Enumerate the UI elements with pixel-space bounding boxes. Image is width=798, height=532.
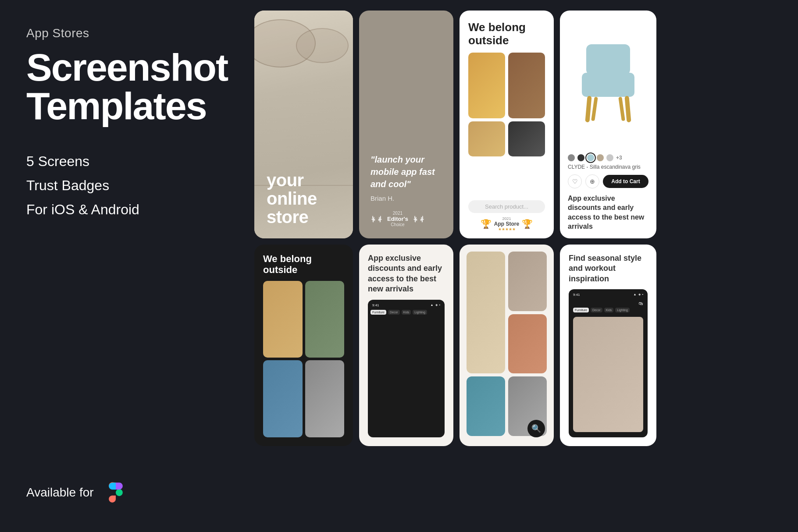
mini-cart-area: 🛍 — [571, 299, 645, 308]
color-dot-5[interactable] — [606, 154, 613, 161]
available-for-label: Available for — [26, 486, 94, 500]
mini-cart-icon: 🛍 — [639, 301, 643, 306]
editors-badge-text: 2021 Editor's Choice — [387, 211, 408, 227]
online-store-text: your online store — [267, 171, 341, 226]
card-online-store: your online store — [254, 11, 353, 238]
mini-tab2-kids[interactable]: Kids — [604, 308, 614, 312]
we-belong-title: We belong outside — [468, 21, 545, 47]
color-more-label: +3 — [616, 155, 622, 161]
mini-tab-decor[interactable]: Decor — [388, 310, 400, 315]
product-thumb-3 — [468, 121, 505, 156]
mosaic-cell-2 — [508, 252, 547, 311]
mini-tab-furniture[interactable]: Furniture — [370, 310, 386, 315]
mini-tab2-lighting[interactable]: Lighting — [615, 308, 630, 312]
feature-item-3: For iOS & Android — [26, 200, 232, 220]
product-name-label: CLYDE - Silla escandinava gris — [568, 164, 648, 170]
badge-stars: ★★★★★ — [494, 227, 519, 231]
mini-wifi-icon: ◈ — [435, 303, 438, 307]
phone-mockup-mini-2: 9:41 ▲ ◈ ▪ 🛍 Furniture Decor Kids Lighti… — [569, 289, 648, 437]
product-thumb-1 — [468, 53, 505, 118]
feature-item-1: 5 Screens — [26, 152, 232, 171]
search-bar[interactable]: Search product... — [468, 200, 545, 213]
badge-editors-text: Editor's — [387, 216, 408, 222]
mini-tab-row-2: Furniture Decor Kids Lighting — [571, 308, 645, 312]
add-to-cart-button[interactable]: Add to Cart — [603, 175, 648, 188]
mosaic-cell-3 — [508, 314, 547, 374]
preview-thumb-4 — [305, 360, 345, 437]
color-dot-4[interactable] — [597, 154, 604, 161]
color-dot-2[interactable] — [577, 154, 584, 161]
preview-thumb-grid — [263, 281, 344, 437]
mini-signal-icon: ▲ — [431, 303, 434, 307]
mini-status-bar: 9:41 ▲ ◈ ▪ — [370, 303, 442, 307]
product-grid — [468, 53, 545, 196]
chair-image-area — [568, 19, 648, 150]
mini-nav-icons: ▲ ◈ ▪ — [431, 303, 440, 307]
badge-info: 2021 App Store ★★★★★ — [494, 216, 519, 231]
figma-logo-icon — [103, 479, 129, 506]
preview-thumb-3 — [263, 360, 303, 437]
mini-signal-2-icon: ▲ — [634, 293, 637, 297]
review-quote-text: "launch your mobile app fast and cool" — [370, 153, 442, 190]
mini-tab-row: Furniture Decor Kids Lighting — [370, 310, 442, 315]
card-chair-detail: +3 CLYDE - Silla escandinava gris ♡ ⊕ Ad… — [560, 11, 656, 238]
mini-tab2-furniture[interactable]: Furniture — [573, 308, 589, 312]
card-product-mosaic: 🔍 — [460, 245, 554, 446]
mosaic-layout — [467, 252, 547, 439]
wreath-icon-right: 🏆 — [522, 219, 533, 229]
color-options-row: +3 — [568, 154, 648, 161]
action-row: ♡ ⊕ Add to Cart — [568, 174, 648, 188]
mini-battery-icon: ▪ — [439, 303, 440, 307]
badge-year-text: 2021 — [387, 211, 408, 216]
features-list: 5 Screens Trust Badges For iOS & Android — [26, 152, 232, 219]
share-button[interactable]: ⊕ — [585, 174, 599, 188]
wishlist-button[interactable]: ♡ — [568, 174, 582, 188]
card-preview-seasonal: Find seasonal style and workout inspirat… — [560, 245, 656, 446]
discounts-title: App exclusive discounts and early access… — [368, 253, 445, 294]
product-thumb-4 — [508, 121, 545, 156]
exclusive-description: App exclusive discounts and early access… — [568, 194, 648, 231]
main-title: Screenshot Templates — [26, 48, 232, 125]
left-top-content: App Stores Screenshot Templates 5 Screen… — [26, 26, 232, 223]
search-fab-button[interactable]: 🔍 — [527, 420, 545, 437]
mosaic-cell-1 — [467, 252, 505, 373]
mini-battery-2-icon: ▪ — [642, 293, 643, 297]
svg-rect-4 — [591, 97, 598, 121]
seasonal-title: Find seasonal style and workout inspirat… — [569, 253, 648, 284]
color-dot-3-selected[interactable] — [587, 154, 594, 161]
category-label: App Stores — [26, 26, 232, 40]
svg-rect-1 — [582, 73, 634, 97]
app-store-badge: 🏆 2021 App Store ★★★★★ 🏆 — [468, 216, 545, 231]
right-panel: your online store "launch your mobile ap… — [254, 0, 798, 532]
mini-tab-kids[interactable]: Kids — [402, 310, 411, 315]
mini-status-bar-2: 9:41 ▲ ◈ ▪ — [571, 293, 645, 297]
phone-mockup-mini: 9:41 ▲ ◈ ▪ Furniture Decor Kids Lighting — [368, 300, 445, 437]
mini-tab2-decor[interactable]: Decor — [591, 308, 602, 312]
wreath-left-icon — [370, 213, 383, 225]
mini-product-image — [573, 317, 643, 432]
svg-rect-3 — [624, 96, 631, 122]
color-dot-1[interactable] — [568, 154, 575, 161]
preview-thumb-2 — [305, 281, 345, 358]
feature-item-2: Trust Badges — [26, 176, 232, 195]
badge-choice-text: Choice — [387, 222, 408, 227]
preview-thumb-1 — [263, 281, 303, 358]
mini-tab-lighting[interactable]: Lighting — [413, 310, 427, 315]
mini-icons-2: ▲ ◈ ▪ — [634, 293, 643, 297]
wreath-right-icon — [413, 213, 425, 225]
card-preview-discounts: App exclusive discounts and early access… — [359, 245, 453, 446]
mini-time-2: 9:41 — [573, 293, 580, 297]
badge-year: 2021 — [494, 216, 519, 221]
chair-silhouette — [573, 40, 643, 129]
badge-name: App Store — [494, 221, 519, 227]
card-we-belong: We belong outside Search product... 🏆 20… — [460, 11, 554, 238]
left-bottom-content: Available for — [26, 479, 232, 506]
mosaic-cell-4 — [467, 376, 505, 436]
table-circle-2-icon — [296, 28, 349, 63]
card-preview-we-belong: We belong outside — [254, 245, 353, 446]
wreath-icon-left: 🏆 — [481, 219, 492, 229]
left-panel: App Stores Screenshot Templates 5 Screen… — [0, 0, 254, 532]
product-thumb-2 — [508, 53, 545, 118]
mini-time: 9:41 — [372, 303, 379, 307]
svg-rect-0 — [586, 44, 630, 75]
